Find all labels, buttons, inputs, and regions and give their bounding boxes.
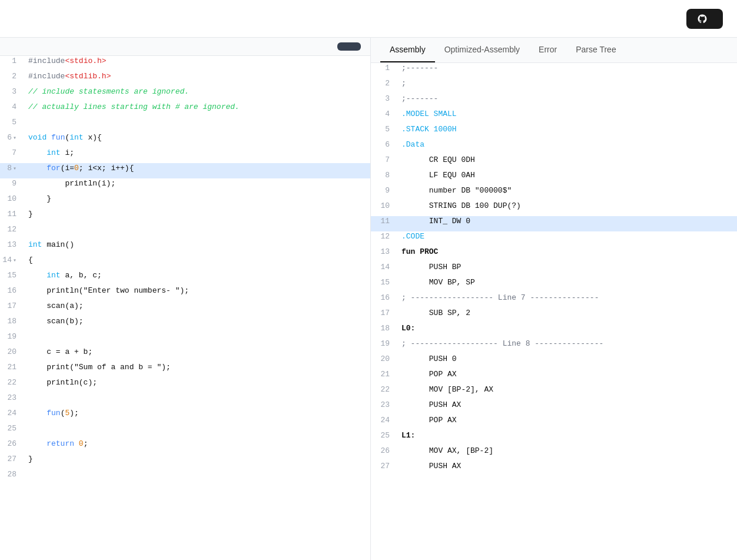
tab-assembly[interactable]: Assembly — [380, 38, 435, 62]
line-content: for(i=0; i<x; i++){ — [24, 164, 370, 173]
code-line-2: 2#include<stdlib.h> — [0, 71, 370, 87]
asm-line-content: L0: — [397, 324, 737, 333]
asm-line-6: 6.Data — [371, 140, 737, 155]
asm-line-content: number DB "00000$" — [397, 186, 737, 195]
code-line-21: 21 print("Sum of a and b = "); — [0, 362, 370, 377]
line-content: return 0; — [24, 439, 370, 448]
asm-line-content: .CODE — [397, 232, 737, 241]
line-content: { — [24, 256, 370, 264]
asm-line-number: 1 — [371, 64, 397, 72]
code-editor[interactable]: 1#include<stdio.h>2#include<stdlib.h>3//… — [0, 56, 370, 560]
line-content: c = a + b; — [24, 347, 370, 356]
asm-line-25: 25L1: — [371, 430, 737, 446]
asm-line-content: LF EQU 0AH — [397, 171, 737, 180]
asm-line-number: 18 — [371, 324, 397, 333]
asm-line-number: 6 — [371, 140, 397, 149]
line-number: 22 — [0, 378, 24, 387]
header — [0, 0, 737, 38]
fold-arrow-icon[interactable]: ▾ — [13, 134, 16, 141]
line-number: 12 — [0, 225, 24, 234]
line-number: 8 ▾ — [0, 164, 24, 173]
asm-line-number: 24 — [371, 416, 397, 425]
asm-line-27: 27 PUSH AX — [371, 461, 737, 476]
main-layout: 1#include<stdio.h>2#include<stdlib.h>3//… — [0, 38, 737, 560]
line-number: 6 ▾ — [0, 133, 24, 142]
asm-line-19: 19; ------------------- Line 8 ---------… — [371, 339, 737, 354]
line-number: 26 — [0, 439, 24, 448]
asm-line-content: PUSH 0 — [397, 354, 737, 363]
code-line-13: 13int main() — [0, 240, 370, 255]
asm-line-15: 15 MOV BP, SP — [371, 277, 737, 293]
line-content: println(c); — [24, 378, 370, 387]
assembly-code[interactable]: 1;-------2;3;-------4.MODEL SMALL5.STACK… — [371, 63, 737, 560]
compile-button[interactable] — [337, 42, 361, 51]
line-content: scan(a); — [24, 301, 370, 310]
line-number: 2 — [0, 72, 24, 81]
line-number: 7 — [0, 148, 24, 157]
asm-line-content: fun PROC — [397, 247, 737, 256]
fold-arrow-icon[interactable]: ▾ — [13, 257, 16, 264]
line-content: int i; — [24, 148, 370, 157]
code-line-1: 1#include<stdio.h> — [0, 56, 370, 71]
file-bar — [0, 38, 370, 56]
asm-line-23: 23 PUSH AX — [371, 400, 737, 415]
line-content: // include statesments are ignored. — [24, 87, 370, 96]
asm-line-number: 26 — [371, 446, 397, 455]
asm-line-5: 5.STACK 1000H — [371, 124, 737, 140]
line-number: 4 — [0, 102, 24, 111]
line-number: 24 — [0, 409, 24, 417]
line-number: 23 — [0, 393, 24, 402]
code-line-10: 10 } — [0, 194, 370, 209]
asm-line-content: ; ------------------- Line 8 -----------… — [397, 339, 737, 348]
code-line-25: 25 — [0, 423, 370, 439]
code-line-4: 4// actually lines starting with # are i… — [0, 102, 370, 117]
line-content: } — [24, 455, 370, 463]
line-number: 19 — [0, 332, 24, 341]
code-line-8: 8 ▾ for(i=0; i<x; i++){ — [0, 163, 370, 178]
asm-line-content: ;------- — [397, 64, 737, 72]
code-line-26: 26 return 0; — [0, 439, 370, 454]
code-line-16: 16 println("Enter two numbers- "); — [0, 286, 370, 301]
code-line-11: 11} — [0, 209, 370, 224]
asm-line-content: MOV AX, [BP-2] — [397, 446, 737, 455]
code-line-3: 3// include statesments are ignored. — [0, 87, 370, 102]
tab-parse-tree[interactable]: Parse Tree — [566, 38, 625, 62]
fold-arrow-icon[interactable]: ▾ — [13, 165, 16, 172]
line-number: 5 — [0, 118, 24, 127]
line-content: void fun(int x){ — [24, 133, 370, 142]
code-line-5: 5 — [0, 117, 370, 132]
asm-line-content: POP AX — [397, 416, 737, 425]
line-content: print("Sum of a and b = "); — [24, 363, 370, 372]
code-line-19: 19 — [0, 332, 370, 347]
asm-line-number: 9 — [371, 186, 397, 195]
line-content: fun(5); — [24, 409, 370, 417]
code-line-28: 28 — [0, 469, 370, 485]
line-number: 11 — [0, 210, 24, 218]
asm-line-26: 26 MOV AX, [BP-2] — [371, 446, 737, 461]
code-line-23: 23 — [0, 393, 370, 408]
code-line-18: 18 scan(b); — [0, 316, 370, 332]
asm-line-21: 21 POP AX — [371, 369, 737, 385]
tab-optimized-assembly[interactable]: Optimized-Assembly — [435, 38, 529, 62]
asm-line-content: MOV BP, SP — [397, 278, 737, 287]
nav — [33, 16, 686, 21]
line-content: // actually lines starting with # are ig… — [24, 102, 370, 111]
asm-line-number: 17 — [371, 309, 397, 317]
line-content: } — [24, 194, 370, 203]
asm-line-number: 10 — [371, 201, 397, 210]
code-line-24: 24 fun(5); — [0, 408, 370, 423]
asm-line-number: 3 — [371, 94, 397, 103]
code-line-14: 14 ▾{ — [0, 255, 370, 270]
right-panel: AssemblyOptimized-AssemblyErrorParse Tre… — [371, 38, 737, 560]
asm-line-content: STRING DB 100 DUP(?) — [397, 201, 737, 210]
github-button[interactable] — [686, 9, 723, 29]
asm-line-10: 10 STRING DB 100 DUP(?) — [371, 201, 737, 216]
asm-line-content: ;------- — [397, 94, 737, 103]
asm-line-24: 24 POP AX — [371, 415, 737, 430]
line-number: 3 — [0, 87, 24, 96]
asm-line-number: 14 — [371, 263, 397, 271]
asm-line-content: SUB SP, 2 — [397, 309, 737, 317]
code-line-20: 20 c = a + b; — [0, 347, 370, 362]
line-number: 14 ▾ — [0, 256, 24, 264]
tab-error[interactable]: Error — [529, 38, 566, 62]
